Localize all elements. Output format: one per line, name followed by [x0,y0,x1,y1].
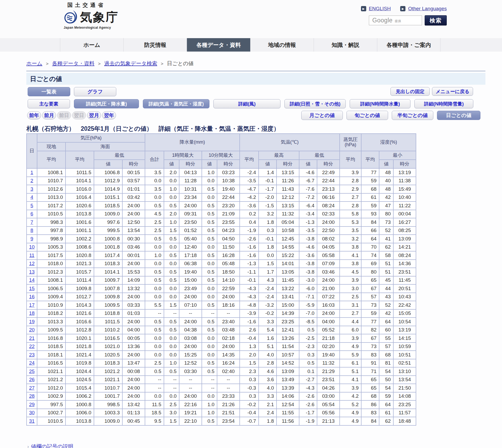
data-cell: 2.8 [340,202,361,210]
element-n-hour-precip-button[interactable]: 詳細(N時間降水量) [350,99,410,108]
day-link[interactable]: 6 [31,211,33,217]
data-cell: -3.2 [259,301,277,309]
data-cell: -0.1 [259,235,277,243]
legend-link[interactable]: 値欄の記号の説明 [31,443,73,448]
other-languages-link[interactable]: Other Languages [408,6,447,12]
data-cell: 0.5 [202,326,217,334]
data-cell: 4.9 [340,343,361,351]
daily-values-button[interactable]: 日ごとの値 [437,111,480,120]
table-row: 171010.91014.31009.503:335.51.507:100.51… [27,301,416,309]
fix-header-button[interactable]: 見出しの固定 [390,87,430,96]
day-link[interactable]: 23 [29,352,34,358]
day-link[interactable]: 9 [31,236,33,241]
data-cell: 12:50 [122,218,145,226]
day-link[interactable]: 26 [29,377,34,382]
breadcrumb-past-data-search[interactable]: 過去の気象データ検索 [104,61,157,66]
jma-logo[interactable]: 国土交通省 気象庁 Japan Meteorological Agency [63,2,119,29]
data-cell: 3.1 [340,301,361,309]
day-link[interactable]: 8 [31,228,33,233]
day-link[interactable]: 10 [29,244,34,250]
breadcrumb-current: 日ごとの値 [167,61,193,66]
back-to-menu-button[interactable]: メニューに戻る [432,87,473,96]
data-cell: 3.9 [340,276,361,285]
day-link[interactable]: 15 [29,286,34,291]
data-cell: 21:29 [317,367,340,376]
day-link[interactable]: 28 [29,393,34,399]
day-link[interactable]: 22 [29,344,34,349]
data-cell: 1018.3 [94,260,122,268]
day-link[interactable]: 29 [29,402,34,407]
data-cell: 59 [379,392,393,401]
data-cell: 5.1 [259,343,277,351]
day-link[interactable]: 18 [29,310,34,316]
day-link[interactable]: 16 [29,294,34,299]
element-sunshine-snow-button[interactable]: 詳細(日照・雪・その他) [284,99,346,108]
element-wind-button[interactable]: 詳細(風) [213,99,280,108]
day-link[interactable]: 20 [29,327,34,333]
monthly-values-button[interactable]: 月ごとの値 [301,111,343,120]
data-cell: 1012.8 [66,326,94,334]
day-link[interactable]: 30 [29,410,34,415]
data-cell: 48 [379,185,393,193]
data-cell: 59 [361,202,379,210]
day-link[interactable]: 17 [29,302,34,308]
element-pressure-precip-button[interactable]: 詳細(気圧・降水量) [74,99,139,108]
day-link[interactable]: 12 [29,261,34,266]
next-month-button[interactable]: 翌月 [87,111,101,119]
nav-item-region[interactable]: 地域の情報 [250,38,314,52]
day-link[interactable]: 25 [29,369,34,374]
data-cell: 03:33 [122,301,145,309]
day-link[interactable]: 14 [29,277,34,283]
next-year-button[interactable]: 翌年 [102,111,116,119]
search-input[interactable]: Google 提供 [369,16,422,25]
day-link[interactable]: 21 [29,335,34,341]
nav-item-application[interactable]: 各種申請・ご案内 [377,38,440,52]
day-link[interactable]: 2 [31,178,33,183]
breadcrumb-separator: > [98,61,101,66]
agency-title-en: Japan Meteorological Agency [64,26,119,29]
day-link[interactable]: 19 [29,319,34,324]
prev-month-button[interactable]: 前月 [42,111,56,119]
day-link[interactable]: 27 [29,385,34,391]
col-group-vapor-pressure: 蒸気圧(hPa) [340,134,361,151]
table-row: 301002.71006.01003.301:1318.53.019:211.0… [27,409,416,417]
next-day-button: 翌日 [72,111,86,119]
nav-item-disaster[interactable]: 防災情報 [123,38,187,52]
element-temp-vapor-humidity-button[interactable]: 詳細(気温・蒸気圧・湿度) [143,99,209,108]
nav-item-knowledge[interactable]: 知識・解説 [314,38,377,52]
element-main-button[interactable]: 主な要素 [28,99,70,108]
list-view-button[interactable]: 一覧表 [28,87,70,96]
breadcrumb-home[interactable]: ホーム [26,61,42,66]
day-link[interactable]: 5 [31,203,33,208]
data-cell: 52 [379,301,393,309]
data-cell: 12:41 [277,326,299,334]
data-cell: 19:40 [217,185,240,193]
nav-item-home[interactable]: ホーム [60,38,123,52]
day-link[interactable]: 4 [31,194,33,200]
day-link[interactable]: 7 [31,219,33,225]
breadcrumb-data[interactable]: 各種データ・資料 [52,61,94,66]
five-day-values-button[interactable]: 半旬ごとの値 [392,111,433,120]
data-cell: 0.0 [202,243,217,251]
data-cell: 1009.0 [94,417,122,425]
nav-item-data[interactable]: 各種データ・資料 [187,38,250,52]
data-cell: 05:52 [317,326,340,334]
table-row: 261021.21024.51021.124:00----------0.33.… [27,376,416,384]
search-button[interactable]: 検索 [425,15,447,26]
day-link[interactable]: 1 [31,170,33,175]
data-cell: 1001.1 [66,226,94,235]
prev-year-button[interactable]: 前年 [27,111,41,119]
day-link[interactable]: 13 [29,269,34,275]
day-link[interactable]: 24 [29,360,34,366]
element-n-hour-snow-button[interactable]: 詳細(N時間降雪量) [414,99,473,108]
english-link[interactable]: ENGLISH [369,6,391,12]
ten-day-values-button[interactable]: 旬ごとの値 [347,111,388,120]
day-link[interactable]: 11 [29,253,34,258]
day-link[interactable]: 3 [31,186,33,192]
data-cell: -- [217,384,240,392]
graph-view-button[interactable]: グラフ [74,87,116,96]
col-pressure-sea-avg: 平均 [66,151,94,168]
day-link[interactable]: 31 [29,418,34,424]
table-row: 201009.51012.81010.204:000.50.504:380.50… [27,326,416,334]
data-cell: 1015.4 [66,384,94,392]
